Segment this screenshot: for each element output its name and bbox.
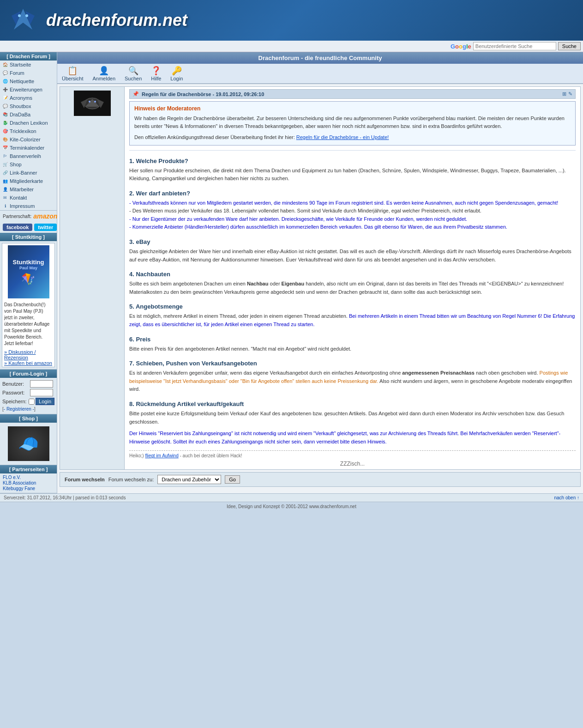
- login-username-input[interactable]: [30, 380, 53, 388]
- partner-flo[interactable]: FLO e.V.: [3, 475, 54, 480]
- stuntkiting-discussion-link[interactable]: » Diskussion / Rezension: [4, 349, 36, 360]
- book-title: Stuntkiting: [13, 259, 44, 266]
- sidebar: [ Drachen Forum ] 🏠 Startseite 💬 Forum 🌐…: [0, 52, 57, 493]
- stuntkiting-book-image: Stuntkiting Paul May 🪁: [8, 245, 49, 298]
- anmelden-icon: 👤: [99, 66, 109, 76]
- stuntkiting-description: Das Drachenbuch(!) von Paul May (PJI) je…: [2, 300, 54, 348]
- sidebar-label-mitarbeiter: Mitarbeiter: [10, 187, 34, 192]
- nav-ubersicht[interactable]: 📋 Übersicht: [62, 66, 83, 81]
- nav-hilfe[interactable]: ❓ Hilfe: [151, 66, 161, 81]
- login-password-input[interactable]: [30, 389, 53, 396]
- rule-5: 5. Angebotsmenge Es ist möglich, mehrere…: [129, 301, 576, 328]
- bannerverleih-icon: 🏳: [2, 153, 8, 159]
- sidebar-item-forum[interactable]: 💬 Forum: [0, 69, 57, 77]
- sidebar-item-erweiterungen[interactable]: ➕ Erweiterungen: [0, 85, 57, 94]
- sidebar-item-impressum[interactable]: ℹ Impressum: [0, 202, 57, 210]
- rule-4-eigenbau: Eigenbau: [282, 281, 305, 286]
- sidebar-item-kontakt[interactable]: ✉ Kontakt: [0, 194, 57, 202]
- sidebar-label-dradaba: DraDaBa: [10, 112, 30, 117]
- nav-suchen[interactable]: 🔍 Suchen: [125, 66, 142, 81]
- login-header: [ Forum-Login ]: [0, 370, 57, 378]
- svg-point-4: [18, 14, 21, 17]
- mitgliederkarte-icon: 👥: [2, 178, 8, 184]
- search-input[interactable]: [473, 42, 556, 50]
- home-icon: 🏠: [2, 61, 8, 68]
- rule-7-orange: Postings wie beispielsweise "Ist jetzt V…: [129, 370, 568, 384]
- sidebar-item-terminkalender[interactable]: 📅 Terminkalender: [0, 144, 57, 152]
- dradaba-icon: 📚: [2, 111, 8, 118]
- sidebar-item-link-banner[interactable]: 🔗 Link-Banner: [0, 169, 57, 177]
- rule-8: 8. Rückmeldung Artikel verkauft/gekauft …: [129, 398, 576, 446]
- rule-5-title: 5. Angebotsmenge: [129, 301, 576, 310]
- rule-2-text-2: - Des Weiteren muss jeder Verkäufer das …: [129, 208, 481, 213]
- sidebar-item-bannerverleih[interactable]: 🏳 Bannerverleih: [0, 152, 57, 160]
- facebook-button[interactable]: facebook: [3, 224, 32, 231]
- nav-anmelden-label: Anmelden: [92, 76, 115, 81]
- login-user-row: Benutzer:: [2, 380, 54, 388]
- content-area: Drachenforum - die freundliche Community…: [57, 52, 583, 493]
- rule-8-extra-text: Der Hinweis "Reserviert bis Zahlungseing…: [129, 430, 576, 446]
- sidebar-nav-section: [ Drachen Forum ] 🏠 Startseite 💬 Forum 🌐…: [0, 52, 57, 211]
- sidebar-item-drachen-lexikon[interactable]: 🐉 Drachen Lexikon: [0, 119, 57, 127]
- login-save-row: Speichern: Login: [2, 398, 54, 405]
- avatar: [74, 91, 111, 116]
- forum-switch-go-button[interactable]: Go: [225, 475, 240, 484]
- sidebar-label-acronyms: Acronyms: [10, 95, 32, 101]
- post-content-col: 📌 Regeln für die Drachenbörse - 19.01.20…: [125, 87, 580, 469]
- sidebar-label-erweiterungen: Erweiterungen: [10, 87, 42, 92]
- moderator-notice: Hinweis der Moderatoren Wir haben die Re…: [129, 101, 576, 146]
- register-link[interactable]: - Registrieren -: [4, 406, 34, 412]
- nav-anmelden[interactable]: 👤 Anmelden: [92, 66, 115, 81]
- tricklexikon-icon: 🎯: [2, 128, 8, 134]
- scroll-top-link[interactable]: nach oben ↑: [554, 495, 580, 500]
- kite-illustration: 🪁: [13, 273, 44, 285]
- shoutbox-icon: 💬: [2, 103, 8, 109]
- post-edit-btn[interactable]: ✎: [568, 91, 572, 97]
- moderator-update-link[interactable]: Regeln für die Drachebörse - ein Update!: [296, 134, 389, 140]
- login-pass-label: Passwort:: [2, 390, 30, 395]
- shop-header: [ Shop ]: [0, 414, 57, 423]
- section-divider-1: [129, 150, 576, 151]
- twitter-button[interactable]: twitter: [34, 224, 57, 231]
- sidebar-item-mitgliederkarte[interactable]: 👥 Mitgliederkarte: [0, 177, 57, 185]
- rule-1-text: Hier sollen nur Produkte erscheinen, die…: [129, 167, 576, 183]
- login-button[interactable]: Login: [36, 398, 54, 405]
- social-buttons: facebook twitter: [0, 222, 57, 233]
- sidebar-label-kite-colorizer: Kite-Colorizer: [10, 137, 41, 142]
- shop-icon: 🛒: [2, 161, 8, 168]
- sidebar-item-dradaba[interactable]: 📚 DraDaBa: [0, 110, 57, 119]
- nav-login[interactable]: 🔑 Login: [170, 66, 183, 81]
- sidebar-item-nettiquette[interactable]: 🌐 Nettiquette: [0, 77, 57, 85]
- sidebar-item-shop[interactable]: 🛒 Shop: [0, 160, 57, 169]
- partnership-label: Partnerschaft:: [3, 214, 31, 219]
- post-controls: ⊞ ✎: [562, 91, 572, 97]
- sidebar-label-shoutbox: Shoutbox: [10, 103, 31, 109]
- login-save-checkbox[interactable]: [29, 399, 35, 405]
- search-bar: Google Suche: [0, 41, 583, 52]
- rule-2-text-1: - Verkaufsthreads können nur von Mitglie…: [129, 200, 558, 206]
- partner-list: FLO e.V. KLB Association Kitebuggy Fane: [0, 473, 57, 493]
- search-button[interactable]: Suche: [558, 42, 581, 50]
- partner-klb[interactable]: KLB Association: [3, 480, 54, 485]
- moderator-notice-text: Wir haben die Regeln der Drachenbörse üb…: [134, 115, 571, 130]
- stuntkiting-buy-link[interactable]: » Kaufen bei amazon: [4, 360, 52, 366]
- sidebar-label-bannerverleih: Bannerverleih: [10, 153, 41, 159]
- login-icon: 🔑: [172, 66, 182, 76]
- post-quote-btn[interactable]: ⊞: [562, 91, 566, 97]
- forum-switch-select[interactable]: Drachen und Zubehör Allgemein Neuigkeite…: [157, 475, 221, 484]
- sidebar-item-kite-colorizer[interactable]: 🎨 Kite-Colorizer: [0, 135, 57, 144]
- sig-link[interactable]: fliegt im Aufwind: [145, 453, 178, 458]
- rule-4-title: 4. Nachbauten: [129, 268, 576, 278]
- sidebar-item-shoutbox[interactable]: 💬 Shoutbox: [0, 102, 57, 110]
- sidebar-label-mitgliederkarte: Mitgliederkarte: [10, 178, 43, 184]
- sidebar-item-tricklexikon[interactable]: 🎯 Tricklexikon: [0, 127, 57, 135]
- rule-4-nachbau: Nachbau: [247, 281, 268, 286]
- sidebar-item-acronyms[interactable]: 📝 Acronyms: [0, 94, 57, 102]
- sidebar-item-mitarbeiter[interactable]: 👤 Mitarbeiter: [0, 185, 57, 194]
- kite-colorizer-icon: 🎨: [2, 136, 8, 143]
- partner-kitebuggy[interactable]: Kitebuggy Fane: [3, 486, 54, 491]
- sidebar-item-startseite[interactable]: 🏠 Startseite: [0, 61, 57, 69]
- rule-2-text-4: - Kommerzielle Anbieter (Händler/Herstel…: [129, 224, 507, 230]
- zzz-text: ZZZisch...: [129, 461, 576, 467]
- nav-suchen-label: Suchen: [125, 76, 142, 81]
